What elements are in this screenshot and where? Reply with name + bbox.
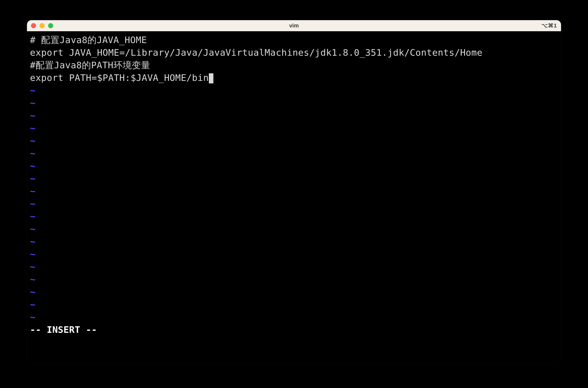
empty-line-tilde: ~ — [30, 235, 558, 248]
editor-line[interactable]: # 配置Java8的JAVA_HOME — [30, 34, 558, 46]
empty-line-tilde: ~ — [30, 298, 558, 311]
empty-line-tilde: ~ — [30, 109, 558, 122]
close-icon[interactable] — [31, 23, 36, 28]
empty-line-tilde: ~ — [30, 210, 558, 223]
empty-line-tilde: ~ — [30, 248, 558, 261]
minimize-icon[interactable] — [40, 23, 45, 28]
cursor — [209, 73, 213, 83]
editor-viewport[interactable]: # 配置Java8的JAVA_HOMEexport JAVA_HOME=/Lib… — [27, 31, 561, 364]
traffic-lights — [31, 23, 53, 28]
empty-line-tilde: ~ — [30, 261, 558, 273]
empty-line-tilde: ~ — [30, 147, 558, 160]
empty-line-tilde: ~ — [30, 97, 558, 109]
empty-line-tilde: ~ — [30, 160, 558, 172]
window-title: vim — [27, 22, 561, 29]
empty-line-tilde: ~ — [30, 185, 558, 198]
empty-line-tilde: ~ — [30, 135, 558, 147]
window-shortcut-label: ⌥⌘1 — [541, 22, 557, 29]
empty-line-tilde: ~ — [30, 198, 558, 210]
editor-line[interactable]: export PATH=$PATH:$JAVA_HOME/bin — [30, 72, 558, 84]
empty-line-tilde: ~ — [30, 122, 558, 135]
titlebar[interactable]: vim ⌥⌘1 — [27, 20, 561, 31]
empty-line-tilde: ~ — [30, 172, 558, 185]
mode-line: -- INSERT -- — [30, 324, 558, 336]
empty-line-tilde: ~ — [30, 84, 558, 97]
empty-line-tilde: ~ — [30, 223, 558, 235]
empty-line-tilde: ~ — [30, 286, 558, 298]
empty-line-tilde: ~ — [30, 273, 558, 286]
empty-line-tilde: ~ — [30, 311, 558, 324]
editor-line[interactable]: #配置Java8的PATH环境变量 — [30, 59, 558, 72]
terminal-window: vim ⌥⌘1 # 配置Java8的JAVA_HOMEexport JAVA_H… — [27, 20, 561, 364]
maximize-icon[interactable] — [48, 23, 53, 28]
editor-line[interactable]: export JAVA_HOME=/Library/Java/JavaVirtu… — [30, 46, 558, 59]
